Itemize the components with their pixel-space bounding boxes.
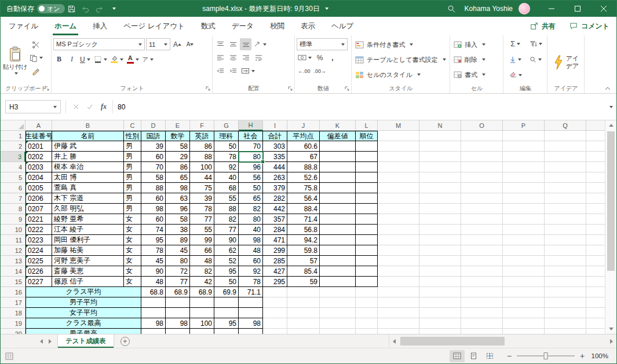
bold-button[interactable]: B: [53, 53, 65, 65]
column-header-F[interactable]: F: [190, 120, 214, 131]
row-header-12[interactable]: 12: [1, 245, 25, 256]
wrap-text-button[interactable]: [253, 52, 264, 64]
page-layout-view-button[interactable]: [466, 350, 481, 362]
cell-A2[interactable]: 0201: [25, 141, 52, 152]
column-header-N[interactable]: N: [419, 120, 461, 131]
cell-J13[interactable]: 57: [287, 256, 320, 266]
cell-K17[interactable]: [320, 297, 356, 308]
format-as-table-button[interactable]: テーブルとして書式設定: [353, 52, 448, 67]
cell-B6[interactable]: 萱島 真: [52, 183, 124, 193]
cell-L4[interactable]: [356, 162, 378, 172]
cell-M7[interactable]: [378, 193, 419, 204]
cell-Q7[interactable]: [545, 193, 586, 204]
cell-G15[interactable]: 50: [214, 277, 239, 287]
cell-G16[interactable]: 69.9: [214, 287, 239, 297]
cell-O4[interactable]: [461, 162, 503, 172]
cell-A13[interactable]: 0225: [25, 256, 52, 266]
column-header-H[interactable]: H: [239, 120, 263, 131]
cell-overflow-2[interactable]: [586, 141, 607, 152]
cell-G14[interactable]: 95: [214, 266, 239, 277]
tab-insert[interactable]: 挿入: [85, 17, 115, 35]
cell-H15[interactable]: 78: [239, 277, 263, 287]
cell-A7[interactable]: 0206: [25, 193, 52, 204]
cell-overflow-12[interactable]: [586, 245, 607, 256]
cell-M11[interactable]: [378, 235, 419, 245]
tab-help[interactable]: ヘルプ: [323, 17, 362, 35]
cell-C13[interactable]: 女: [124, 256, 141, 266]
column-header-Q[interactable]: Q: [545, 120, 586, 131]
cell-F2[interactable]: 86: [190, 141, 214, 152]
cell-P5[interactable]: [503, 172, 545, 183]
cell-B15[interactable]: 篠原 信子: [52, 277, 124, 287]
cell-N3[interactable]: [419, 152, 461, 162]
cell-Q19[interactable]: [545, 318, 586, 329]
cell-K16[interactable]: [320, 287, 356, 297]
undo-button[interactable]: [79, 1, 93, 17]
header-cell-A1[interactable]: 生徒番号: [25, 131, 52, 141]
cell-B4[interactable]: 榎本 幸治: [52, 162, 124, 172]
align-top-button[interactable]: [214, 38, 226, 50]
cell-I8[interactable]: 442: [263, 204, 287, 214]
cell-L2[interactable]: [356, 141, 378, 152]
cell-E20[interactable]: [166, 329, 190, 334]
cell-overflow-7[interactable]: [586, 193, 607, 204]
cell-Q11[interactable]: [545, 235, 586, 245]
cell-F3[interactable]: 88: [190, 152, 214, 162]
cell-C5[interactable]: 男: [124, 172, 141, 183]
row-header-6[interactable]: 6: [1, 183, 25, 193]
percent-style-button[interactable]: %: [314, 52, 326, 64]
autosave-control[interactable]: 自動保存 オン: [6, 4, 65, 14]
align-center-button[interactable]: [227, 52, 239, 64]
cell-overflow-8[interactable]: [586, 204, 607, 214]
cell-F5[interactable]: 44: [190, 172, 214, 183]
column-header-overflow[interactable]: [586, 120, 607, 131]
cell-I2[interactable]: 303: [263, 141, 287, 152]
cell-O8[interactable]: [461, 204, 503, 214]
row-header-19[interactable]: 19: [1, 318, 25, 329]
cell-K13[interactable]: [320, 256, 356, 266]
header-cell-E1[interactable]: 数学: [166, 131, 190, 141]
vertical-scrollbar[interactable]: [605, 120, 616, 334]
italic-button[interactable]: I: [66, 53, 78, 65]
cell-M12[interactable]: [378, 245, 419, 256]
cell-J10[interactable]: 56.8: [287, 225, 320, 235]
cell-J12[interactable]: 59.8: [287, 245, 320, 256]
hscroll-thumb[interactable]: [400, 337, 505, 345]
cell-B8[interactable]: 久部 明弘: [52, 204, 124, 214]
tab-view[interactable]: 表示: [293, 17, 323, 35]
cell-A11[interactable]: 0223: [25, 235, 52, 245]
cell-P16[interactable]: [503, 287, 545, 297]
cell-K7[interactable]: [320, 193, 356, 204]
cell-L17[interactable]: [356, 297, 378, 308]
cell-O11[interactable]: [461, 235, 503, 245]
cell-C6[interactable]: 男: [124, 183, 141, 193]
zoom-slider[interactable]: [517, 355, 575, 356]
cell-Q4[interactable]: [545, 162, 586, 172]
cell-B9[interactable]: 綾野 亜希: [52, 214, 124, 225]
cell-K4[interactable]: [320, 162, 356, 172]
cell-E13[interactable]: 80: [166, 256, 190, 266]
row-header-18[interactable]: 18: [1, 308, 25, 318]
cell-N19[interactable]: [419, 318, 461, 329]
decrease-font-button[interactable]: A: [184, 38, 196, 50]
column-header-D[interactable]: D: [141, 120, 166, 131]
cell-I13[interactable]: 285: [263, 256, 287, 266]
ideas-button[interactable]: アイデア: [553, 42, 579, 83]
align-right-button[interactable]: [240, 52, 251, 64]
cell-L6[interactable]: [356, 183, 378, 193]
cell-N14[interactable]: [419, 266, 461, 277]
tab-review[interactable]: 校閲: [262, 17, 293, 35]
vscroll-up-arrow[interactable]: [605, 120, 616, 130]
row-header-10[interactable]: 10: [1, 225, 25, 235]
cell-C14[interactable]: 女: [124, 266, 141, 277]
cell-O18[interactable]: [461, 308, 503, 318]
column-header-L[interactable]: L: [356, 120, 378, 131]
zoom-out-button[interactable]: −: [503, 350, 516, 362]
cell-O20[interactable]: [461, 329, 503, 334]
cell-A18-merged[interactable]: 女子平均: [25, 308, 141, 318]
cell-G11[interactable]: 90: [214, 235, 239, 245]
cell-H13[interactable]: 60: [239, 256, 263, 266]
cell-Q5[interactable]: [545, 172, 586, 183]
cell-E5[interactable]: 65: [166, 172, 190, 183]
cell-K19[interactable]: [320, 318, 356, 329]
